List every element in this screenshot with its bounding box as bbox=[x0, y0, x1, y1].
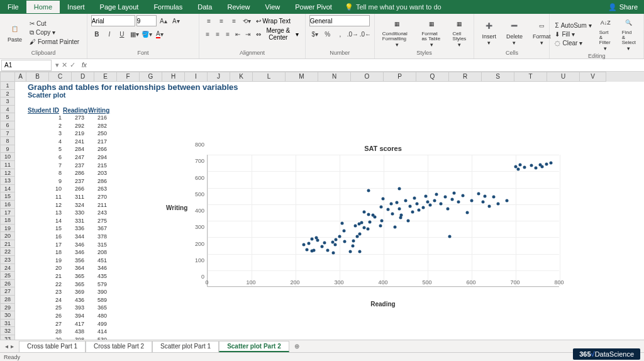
decrease-decimal-button[interactable]: .0← bbox=[360, 28, 371, 40]
table-cell[interactable]: 3 bbox=[39, 130, 62, 136]
table-cell[interactable]: 5 bbox=[39, 146, 62, 152]
row-header-31[interactable]: 31 bbox=[0, 319, 15, 328]
insert-cells-button[interactable]: ➕Insert▾ bbox=[478, 18, 500, 47]
table-cell[interactable]: 20 bbox=[39, 265, 62, 271]
row-header-8[interactable]: 8 bbox=[0, 137, 15, 145]
sheet-tab-cross-table-part-2[interactable]: Cross table Part 2 bbox=[86, 341, 152, 352]
col-header-I[interactable]: I bbox=[185, 72, 208, 82]
table-cell[interactable]: 28 bbox=[39, 328, 62, 335]
format-table-button[interactable]: ▦Format as Table▾ bbox=[418, 16, 446, 49]
fill-button[interactable]: ⬇ Fill ▾ bbox=[553, 30, 592, 38]
align-left-button[interactable]: ≡ bbox=[203, 28, 212, 40]
table-cell[interactable]: 15 bbox=[39, 225, 62, 231]
formula-accept-icon[interactable]: ✓ bbox=[70, 61, 75, 69]
col-header-E[interactable]: E bbox=[94, 72, 117, 82]
table-cell[interactable]: 217 bbox=[84, 138, 107, 145]
table-cell[interactable]: 243 bbox=[84, 209, 107, 216]
name-box[interactable] bbox=[1, 60, 52, 71]
table-cell[interactable]: 417 bbox=[62, 321, 84, 327]
copy-button[interactable]: ⧉Copy ▾ bbox=[28, 28, 80, 37]
table-cell[interactable]: 9 bbox=[39, 178, 62, 184]
col-header-A[interactable]: A bbox=[15, 72, 26, 82]
wrap-text-button[interactable]: ↩Wrap Text bbox=[253, 15, 293, 26]
table-cell[interactable]: 266 bbox=[84, 146, 107, 152]
row-header-4[interactable]: 4 bbox=[0, 106, 15, 114]
row-header-24[interactable]: 24 bbox=[0, 264, 15, 272]
row-header-28[interactable]: 28 bbox=[0, 296, 15, 304]
table-cell[interactable]: 356 bbox=[62, 257, 84, 264]
clear-button[interactable]: ◌ Clear ▾ bbox=[553, 39, 592, 47]
table-cell[interactable]: 438 bbox=[62, 328, 84, 335]
col-header-L[interactable]: L bbox=[253, 72, 286, 82]
table-cell[interactable]: 8 bbox=[39, 170, 62, 176]
table-cell[interactable]: 284 bbox=[62, 146, 84, 152]
table-cell[interactable]: 499 bbox=[84, 321, 107, 327]
sheet-nav-first-icon[interactable]: ◂ bbox=[5, 343, 8, 350]
decrease-indent-button[interactable]: ⇤ bbox=[233, 28, 242, 40]
table-cell[interactable]: 324 bbox=[62, 202, 84, 208]
table-cell[interactable]: 393 bbox=[62, 304, 84, 311]
row-header-19[interactable]: 19 bbox=[0, 225, 15, 233]
col-header-P[interactable]: P bbox=[384, 72, 416, 82]
row-header-11[interactable]: 11 bbox=[0, 161, 15, 169]
table-cell[interactable]: 369 bbox=[62, 289, 84, 295]
share-button[interactable]: 👤 Share bbox=[602, 1, 644, 14]
align-middle-button[interactable]: ≡ bbox=[216, 15, 227, 26]
col-header-U[interactable]: U bbox=[547, 72, 580, 82]
add-sheet-button[interactable]: ⊕ bbox=[289, 343, 304, 350]
table-cell[interactable]: 365 bbox=[62, 281, 84, 287]
table-cell[interactable]: 273 bbox=[62, 114, 84, 121]
currency-button[interactable]: $▾ bbox=[309, 28, 321, 40]
row-header-15[interactable]: 15 bbox=[0, 192, 15, 201]
percent-button[interactable]: % bbox=[322, 28, 333, 40]
col-header-D[interactable]: D bbox=[72, 72, 94, 82]
table-cell[interactable]: 346 bbox=[62, 242, 84, 248]
font-color-button[interactable]: A▾ bbox=[154, 28, 165, 40]
tell-me[interactable]: 💡 Tell me what you want to do bbox=[340, 1, 447, 14]
table-cell[interactable]: 25 bbox=[39, 304, 62, 311]
table-cell[interactable]: 203 bbox=[84, 170, 107, 176]
border-button[interactable]: ▦▾ bbox=[129, 28, 140, 40]
col-header-Q[interactable]: Q bbox=[416, 72, 449, 82]
col-header-B[interactable]: B bbox=[26, 72, 49, 82]
bold-button[interactable]: B bbox=[91, 28, 103, 40]
increase-font-button[interactable]: A▴ bbox=[158, 15, 169, 26]
table-cell[interactable]: 215 bbox=[84, 162, 107, 169]
table-cell[interactable]: 364 bbox=[62, 265, 84, 271]
table-cell[interactable]: 282 bbox=[84, 123, 107, 129]
underline-button[interactable]: U bbox=[116, 28, 128, 40]
col-header-G[interactable]: G bbox=[140, 72, 162, 82]
increase-indent-button[interactable]: ⇥ bbox=[243, 28, 252, 40]
table-cell[interactable]: 270 bbox=[84, 194, 107, 200]
autosum-button[interactable]: Σ AutoSum ▾ bbox=[553, 21, 592, 30]
table-cell[interactable]: 331 bbox=[62, 218, 84, 224]
table-cell[interactable]: 14 bbox=[39, 218, 62, 224]
merge-center-button[interactable]: ⇔Merge & Center▾ bbox=[253, 28, 301, 40]
number-format-select[interactable] bbox=[309, 15, 370, 26]
table-cell[interactable]: 266 bbox=[62, 186, 84, 192]
row-header-18[interactable]: 18 bbox=[0, 216, 15, 225]
table-cell[interactable]: 365 bbox=[62, 273, 84, 279]
table-cell[interactable]: 367 bbox=[84, 225, 107, 231]
table-cell[interactable]: 390 bbox=[84, 289, 107, 295]
table-cell[interactable]: 211 bbox=[84, 202, 107, 208]
table-cell[interactable]: 22 bbox=[39, 281, 62, 287]
table-cell[interactable]: 26 bbox=[39, 313, 62, 319]
row-header-5[interactable]: 5 bbox=[0, 113, 15, 121]
sheet-nav-last-icon[interactable]: ▸ bbox=[11, 343, 14, 350]
col-header-O[interactable]: O bbox=[351, 72, 384, 82]
table-cell[interactable]: 27 bbox=[39, 321, 62, 327]
col-header-C[interactable]: C bbox=[49, 72, 72, 82]
table-cell[interactable]: 19 bbox=[39, 257, 62, 264]
col-header-R[interactable]: R bbox=[449, 72, 482, 82]
row-header-6[interactable]: 6 bbox=[0, 121, 15, 130]
table-cell[interactable]: 286 bbox=[62, 170, 84, 176]
table-cell[interactable]: 241 bbox=[62, 138, 84, 145]
row-header-7[interactable]: 7 bbox=[0, 130, 15, 138]
comma-button[interactable]: , bbox=[335, 28, 346, 40]
tab-home[interactable]: Home bbox=[26, 1, 60, 13]
formula-cancel-icon[interactable]: ✕ bbox=[62, 61, 67, 69]
table-cell[interactable]: 480 bbox=[84, 313, 107, 319]
table-cell[interactable]: 21 bbox=[39, 273, 62, 279]
chart[interactable]: SAT scores Writing Reading 0100200300400… bbox=[169, 145, 559, 314]
